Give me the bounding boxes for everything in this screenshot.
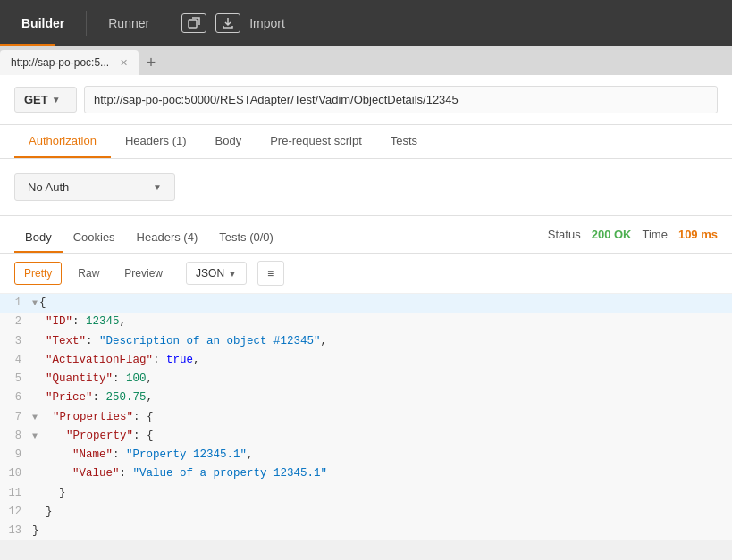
format-bar: Pretty Raw Preview JSON ▼ ≡: [0, 254, 732, 294]
response-area: BodyCookiesHeaders (4)Tests (0/0) Status…: [0, 216, 732, 540]
line-number: 7: [0, 408, 32, 426]
format-type-select[interactable]: JSON ▼: [186, 262, 247, 285]
collapse-arrow-icon[interactable]: ▼: [32, 298, 38, 308]
line-number: 6: [0, 389, 32, 406]
table-row: 7▼ "Properties": {: [0, 408, 732, 427]
table-row: 9 "Name": "Property 12345.1",: [0, 446, 732, 464]
line-number: 12: [0, 503, 32, 521]
new-window-icon[interactable]: [181, 13, 206, 33]
time-label: Time: [643, 228, 668, 241]
runner-tab[interactable]: Runner: [101, 16, 156, 30]
request-tab-body[interactable]: Body: [201, 125, 257, 158]
status-label: Status: [548, 228, 581, 241]
import-label[interactable]: Import: [249, 16, 285, 30]
auth-chevron-icon: ▼: [153, 182, 162, 192]
line-content: "Quantity": 100,: [32, 370, 732, 389]
status-info: Status 200 OK Time 109 ms: [548, 228, 718, 248]
response-tab-tests--0-0-[interactable]: Tests (0/0): [208, 223, 284, 253]
auth-type-select[interactable]: No Auth ▼: [14, 173, 175, 201]
url-tab-label: http://sap-po-poc:5...: [11, 56, 109, 69]
auth-section: No Auth ▼: [0, 159, 732, 216]
line-content: ▼ "Property": {: [32, 427, 732, 446]
preview-button[interactable]: Preview: [115, 263, 172, 284]
wrap-button[interactable]: ≡: [257, 261, 284, 286]
table-row: 11 }: [0, 484, 732, 503]
request-tab-tests[interactable]: Tests: [376, 125, 432, 158]
method-chevron-icon: ▼: [52, 95, 61, 104]
line-content: "Name": "Property 12345.1",: [32, 446, 732, 464]
line-number: 8: [0, 427, 32, 445]
request-tab-headers-(1)[interactable]: Headers (1): [111, 125, 201, 158]
builder-tab[interactable]: Builder: [14, 16, 72, 30]
table-row: 10 "Value": "Value of a property 12345.1…: [0, 464, 732, 483]
request-tab-pre-request-script[interactable]: Pre-request script: [256, 125, 376, 158]
format-type-label: JSON: [196, 267, 224, 280]
line-content: }: [32, 484, 732, 503]
import-icon-box[interactable]: [215, 13, 240, 33]
line-content: "Text": "Description of an object #12345…: [32, 332, 732, 351]
line-number: 9: [0, 446, 32, 464]
line-number: 2: [0, 313, 32, 330]
response-tab-body[interactable]: Body: [14, 223, 63, 253]
line-content: ▼{: [32, 294, 732, 313]
response-tabs-row: BodyCookiesHeaders (4)Tests (0/0) Status…: [0, 216, 732, 254]
line-content: "Price": 250.75,: [32, 389, 732, 407]
line-content: ▼ "Properties": {: [32, 408, 732, 427]
collapse-arrow-icon[interactable]: ▼: [32, 431, 38, 441]
nav-divider: [86, 11, 87, 36]
table-row: 4 "ActivationFlag": true,: [0, 351, 732, 370]
table-row: 6 "Price": 250.75,: [0, 389, 732, 407]
table-row: 5 "Quantity": 100,: [0, 370, 732, 389]
request-tabs: AuthorizationHeaders (1)BodyPre-request …: [0, 125, 732, 159]
auth-type-label: No Auth: [28, 180, 69, 194]
status-value: 200 OK: [592, 228, 632, 241]
line-content: }: [32, 522, 732, 540]
line-number: 13: [0, 522, 32, 539]
line-number: 4: [0, 351, 32, 369]
line-number: 11: [0, 484, 32, 502]
table-row: 12 }: [0, 503, 732, 522]
line-content: "ID": 12345,: [32, 313, 732, 331]
table-row: 2 "ID": 12345,: [0, 313, 732, 331]
table-row: 1▼{: [0, 294, 732, 313]
new-tab-button[interactable]: +: [139, 50, 164, 75]
url-tab[interactable]: http://sap-po-poc:5... ✕: [0, 50, 139, 75]
table-row: 3 "Text": "Description of an object #123…: [0, 332, 732, 351]
line-content: "ActivationFlag": true,: [32, 351, 732, 370]
table-row: 8▼ "Property": {: [0, 427, 732, 446]
line-number: 3: [0, 332, 32, 350]
line-number: 1: [0, 294, 32, 312]
response-tab-headers--4-[interactable]: Headers (4): [126, 223, 209, 253]
time-value: 109 ms: [678, 228, 718, 241]
top-nav-bar: Builder Runner Import: [0, 0, 732, 46]
method-select[interactable]: GET ▼: [14, 87, 77, 113]
code-area: 1▼{2 "ID": 12345,3 "Text": "Description …: [0, 294, 732, 540]
collapse-arrow-icon[interactable]: ▼: [32, 413, 38, 422]
pretty-button[interactable]: Pretty: [14, 262, 62, 285]
url-tab-close-icon[interactable]: ✕: [120, 57, 128, 69]
table-row: 13}: [0, 522, 732, 540]
line-number: 5: [0, 370, 32, 388]
line-content: "Value": "Value of a property 12345.1": [32, 464, 732, 483]
line-content: }: [32, 503, 732, 522]
line-number: 10: [0, 464, 32, 482]
format-chevron-icon: ▼: [228, 269, 237, 279]
request-tab-authorization[interactable]: Authorization: [14, 125, 111, 158]
url-tab-bar: http://sap-po-poc:5... ✕ +: [0, 46, 732, 75]
svg-rect-0: [189, 20, 197, 28]
request-area: GET ▼: [0, 75, 732, 125]
url-input[interactable]: [84, 86, 718, 113]
method-label: GET: [24, 93, 48, 106]
response-tab-cookies[interactable]: Cookies: [63, 223, 126, 253]
builder-active-indicator: [0, 44, 55, 46]
raw-button[interactable]: Raw: [69, 263, 108, 284]
